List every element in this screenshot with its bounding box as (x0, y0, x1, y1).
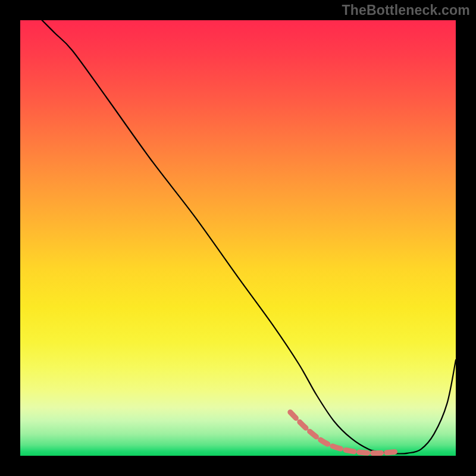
highlight-segment (290, 412, 395, 453)
chart-frame: TheBottleneck.com (0, 0, 476, 476)
plot-area (20, 20, 456, 456)
watermark-text: TheBottleneck.com (342, 2, 470, 18)
main-curve (42, 20, 456, 454)
curve-layer (20, 20, 456, 456)
